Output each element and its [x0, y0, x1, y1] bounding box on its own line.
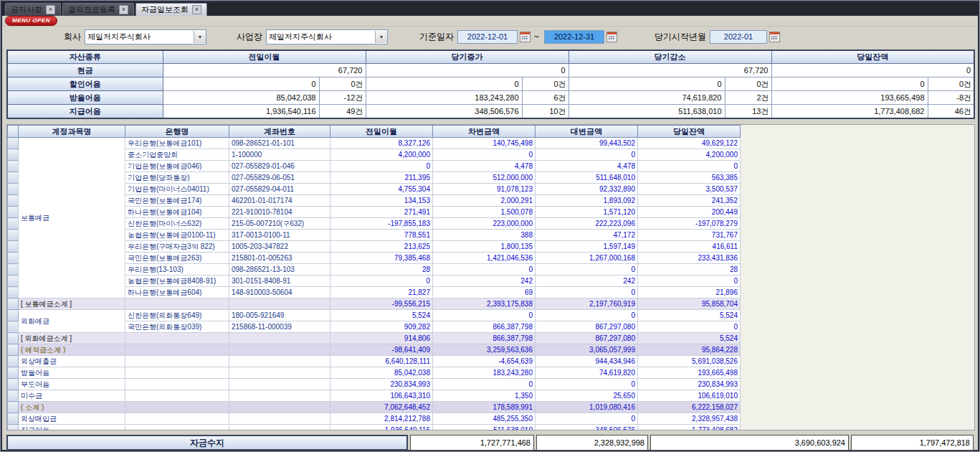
row-selector[interactable] — [8, 172, 19, 184]
row-selector[interactable] — [8, 287, 19, 298]
account-no-cell: 221-910010-78104 — [229, 207, 330, 218]
row-selector[interactable] — [8, 402, 19, 413]
bank-name-cell: 농협은행(보통예금8408-91) — [125, 276, 229, 287]
summary-row[interactable]: 받을어음85,042,038-12건183,243,2806건74,619,82… — [7, 91, 974, 105]
account-group-cell: 외화예금 — [19, 310, 125, 333]
row-selector[interactable] — [8, 276, 19, 287]
detail-row[interactable]: [ 외화예금소계 ]914,806866,387,798867,297,0805… — [8, 333, 741, 344]
amount-cell: 242 — [536, 276, 638, 287]
bank-name-cell — [125, 344, 229, 356]
summary-count: 13건 — [725, 105, 771, 119]
row-selector[interactable] — [8, 184, 19, 195]
row-selector[interactable] — [8, 298, 19, 310]
amount-cell: 85,042,038 — [330, 367, 433, 379]
tab-close-icon[interactable]: × — [119, 5, 128, 14]
calendar-icon[interactable] — [769, 32, 780, 42]
tab-close-icon[interactable]: × — [192, 5, 201, 14]
tab-inactive[interactable]: 결의전표등록× — [62, 3, 134, 16]
detail-row[interactable]: 미수금106,643,3101,35025,650106,619,010 — [8, 390, 741, 402]
row-selector[interactable] — [8, 367, 19, 379]
chevron-down-icon[interactable]: ▼ — [375, 31, 387, 43]
summary-row[interactable]: 현금67,720067,7200 — [7, 64, 974, 77]
amount-cell: 0 — [638, 161, 741, 172]
row-selector[interactable] — [8, 344, 19, 356]
amount-cell: 0 — [638, 321, 741, 333]
calendar-icon[interactable] — [606, 32, 617, 42]
account-name-cell: 부도어음 — [19, 379, 125, 390]
row-selector[interactable] — [8, 321, 19, 333]
amount-cell: 28 — [330, 264, 433, 276]
amount-cell: 241,352 — [638, 195, 741, 207]
detail-row[interactable]: 부도어음230,834,99300230,834,993 — [8, 379, 741, 390]
detail-row[interactable]: 지급어음1,936,540,116511,638,010348,506,5761… — [8, 425, 741, 431]
row-selector[interactable] — [8, 310, 19, 321]
summary-row[interactable]: 할인어음00건00건00건00건 — [7, 77, 974, 91]
detail-row[interactable]: 외화예금신한은행(외화통장649)180-005-9216495,524005,… — [8, 310, 741, 321]
row-selector[interactable] — [8, 333, 19, 344]
amount-cell: 3,500,537 — [638, 184, 741, 195]
detail-row[interactable]: 외상매출금6,640,128,111-4,654,639944,434,9465… — [8, 356, 741, 367]
amount-cell: 909,282 — [330, 321, 433, 333]
bank-name-cell — [125, 390, 229, 402]
row-selector[interactable] — [8, 161, 19, 172]
summary-count: -8건 — [928, 91, 974, 105]
row-selector[interactable] — [8, 413, 19, 425]
detail-row[interactable]: [ 보통예금소계 ]-99,556,2152,393,175,8382,197,… — [8, 298, 741, 310]
period-start-input[interactable]: 2022-01 — [710, 30, 767, 44]
row-selector[interactable] — [8, 264, 19, 276]
amount-cell: 25,650 — [536, 390, 638, 402]
summary-row-header: 받을어음 — [7, 91, 163, 105]
detail-header-account-no: 계좌번호 — [229, 126, 330, 138]
row-selector[interactable] — [8, 356, 19, 367]
bank-name-cell: 우리은행(보통예금101) — [125, 138, 229, 149]
row-selector[interactable] — [8, 207, 19, 218]
detail-row[interactable]: 받을어음85,042,038183,243,28074,619,820193,6… — [8, 367, 741, 379]
row-selector[interactable] — [8, 425, 19, 431]
tab-label: 결의전표등록 — [68, 4, 115, 15]
amount-cell: 21,896 — [638, 287, 741, 298]
detail-row[interactable]: 외상매입금2,814,212,788485,255,35002,328,957,… — [8, 413, 741, 425]
summary-header-balance: 당일잔액 — [771, 50, 974, 64]
detail-row[interactable]: ( 소계 )7,062,648,452178,589,9911,019,080,… — [8, 402, 741, 413]
date-to-input[interactable]: 2022-12-31 — [544, 30, 604, 44]
tab-inactive[interactable]: 공지사항× — [5, 3, 61, 16]
summary-amount: 193,665,498 — [771, 91, 928, 105]
calendar-icon[interactable] — [520, 32, 531, 42]
amount-cell: 778,551 — [330, 230, 433, 241]
amount-cell: 511,638,010 — [433, 425, 536, 431]
amount-cell: 134,153 — [330, 195, 433, 207]
workplace-select[interactable]: 제일저지주식회사 ▼ — [266, 29, 388, 44]
amount-cell: 866,387,798 — [433, 321, 536, 333]
amount-cell: 0 — [433, 379, 536, 390]
amount-cell: 4,200,000 — [638, 149, 741, 161]
row-selector[interactable] — [8, 195, 19, 207]
tab-close-icon[interactable]: × — [46, 5, 55, 14]
menu-open-button[interactable]: MENU OPEN — [5, 16, 57, 26]
summary-row[interactable]: 지급어음1,936,540,11649건348,506,57610건511,63… — [7, 105, 974, 119]
bank-name-cell: 우리은행(구매자금3억 822) — [125, 241, 229, 253]
amount-cell: 91,078,123 — [433, 184, 536, 195]
amount-cell: 1,267,000,168 — [536, 253, 638, 264]
row-selector[interactable] — [8, 149, 19, 161]
account-no-cell: 027-055829-06-051 — [229, 172, 330, 184]
row-selector[interactable] — [8, 218, 19, 230]
tab-active[interactable]: 자금일보조회× — [135, 3, 207, 16]
row-selector[interactable] — [8, 230, 19, 241]
row-selector[interactable] — [8, 390, 19, 402]
account-no-cell: 215868-11-000039 — [229, 321, 330, 333]
row-selector[interactable] — [8, 253, 19, 264]
detail-row[interactable]: 보통예금우리은행(보통예금101)098-286521-01-1018,327,… — [8, 138, 741, 149]
amount-cell: 213,625 — [330, 241, 433, 253]
row-selector[interactable] — [8, 379, 19, 390]
detail-row[interactable]: ( 예적금소계 )-98,641,4093,259,563,6363,065,0… — [8, 344, 741, 356]
chevron-down-icon[interactable]: ▼ — [194, 31, 206, 43]
company-select[interactable]: 제일저지주식회사 ▼ — [85, 29, 206, 44]
bank-name-cell — [125, 356, 229, 367]
amount-cell: 8,327,126 — [330, 138, 433, 149]
date-from-input[interactable]: 2022-12-01 — [457, 30, 518, 44]
bank-name-cell — [125, 367, 229, 379]
account-no-cell — [229, 425, 330, 431]
row-selector[interactable] — [8, 138, 19, 149]
summary-row-header: 현금 — [7, 64, 163, 77]
row-selector[interactable] — [8, 241, 19, 253]
